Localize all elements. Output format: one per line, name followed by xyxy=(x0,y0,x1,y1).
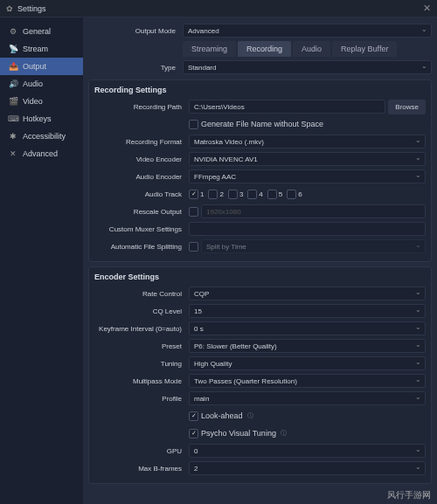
muxer-label: Custom Muxer Settings xyxy=(94,225,189,233)
tuning-label: Tuning xyxy=(94,360,189,368)
tools-icon: ✕ xyxy=(8,149,18,158)
info-icon[interactable]: ⓘ xyxy=(247,411,253,420)
rescale-output-input: 1920x1080 xyxy=(201,204,426,218)
recording-settings-section: Recording Settings Recording Path C:\Use… xyxy=(88,79,432,262)
type-label: Type xyxy=(88,64,183,72)
bframes-input[interactable]: 2 xyxy=(189,461,426,475)
rescale-output-checkbox[interactable] xyxy=(189,207,198,217)
audio-encoder-label: Audio Encoder xyxy=(94,173,189,181)
watermark: 风行手游网 xyxy=(387,489,431,501)
audio-encoder-select[interactable]: FFmpeg AAC xyxy=(189,169,426,183)
sidebar-item-output[interactable]: 📤Output xyxy=(0,58,83,75)
track-1-checkbox[interactable] xyxy=(189,190,198,199)
sidebar-item-label: Advanced xyxy=(23,149,58,158)
audio-track-label: Audio Track xyxy=(94,190,189,198)
track-3-checkbox[interactable] xyxy=(228,190,238,199)
bframes-label: Max B-frames xyxy=(94,465,189,473)
gear-icon: ⚙ xyxy=(8,27,18,36)
recording-path-label: Recording Path xyxy=(94,103,189,111)
psycho-checkbox[interactable] xyxy=(189,429,198,438)
multipass-label: Multipass Mode xyxy=(94,377,189,385)
gen-filename-nospace-checkbox[interactable] xyxy=(189,120,198,129)
sidebar-item-label: Audio xyxy=(23,79,43,88)
preset-select[interactable]: P6: Slower (Better Quality) xyxy=(189,339,426,353)
main-panel: Output Mode Advanced Streaming Recording… xyxy=(83,17,437,504)
lookahead-checkbox[interactable] xyxy=(189,411,198,421)
sidebar: ⚙General 📡Stream 📤Output 🔊Audio 🎬Video ⌨… xyxy=(0,17,83,504)
multipass-select[interactable]: Two Passes (Quarter Resolution) xyxy=(189,374,426,388)
video-encoder-select[interactable]: NVIDIA NVENC AV1 xyxy=(189,152,426,166)
split-checkbox[interactable] xyxy=(189,242,198,252)
tab-audio[interactable]: Audio xyxy=(293,41,330,57)
sidebar-item-label: Hotkeys xyxy=(23,114,52,123)
section-title: Recording Settings xyxy=(94,86,426,94)
track-5-checkbox[interactable] xyxy=(267,190,277,199)
track-6-checkbox[interactable] xyxy=(287,190,296,199)
browse-button[interactable]: Browse xyxy=(388,100,426,114)
psycho-label: Psycho Visual Tuning xyxy=(201,429,276,438)
sidebar-item-general[interactable]: ⚙General xyxy=(0,23,83,40)
type-select[interactable]: Standard xyxy=(183,60,432,74)
split-label: Automatic File Splitting xyxy=(94,243,189,251)
tabs: Streaming Recording Audio Replay Buffer xyxy=(183,41,432,57)
sidebar-item-label: General xyxy=(23,27,51,36)
sidebar-item-label: Accessibility xyxy=(23,132,66,141)
cq-level-input[interactable]: 15 xyxy=(189,304,426,318)
preset-label: Preset xyxy=(94,342,189,350)
gen-filename-nospace-label: Generate File Name without Space xyxy=(201,120,323,128)
sidebar-item-accessibility[interactable]: ✱Accessibility xyxy=(0,128,83,145)
rate-control-select[interactable]: CQP xyxy=(189,287,426,300)
antenna-icon: 📡 xyxy=(8,45,18,53)
sidebar-item-label: Stream xyxy=(23,45,48,53)
titlebar: ✿ Settings ✕ xyxy=(0,0,437,17)
keyboard-icon: ⌨ xyxy=(8,114,18,123)
profile-label: Profile xyxy=(94,395,189,403)
track-2-checkbox[interactable] xyxy=(208,190,218,199)
sidebar-item-audio[interactable]: 🔊Audio xyxy=(0,75,83,93)
sidebar-item-label: Video xyxy=(23,97,43,106)
video-encoder-label: Video Encoder xyxy=(94,155,189,163)
output-mode-select[interactable]: Advanced xyxy=(183,24,432,38)
muxer-input[interactable] xyxy=(189,222,426,236)
close-icon[interactable]: ✕ xyxy=(423,3,431,14)
sidebar-item-video[interactable]: 🎬Video xyxy=(0,93,83,110)
rate-control-label: Rate Control xyxy=(94,290,189,298)
tab-replay-buffer[interactable]: Replay Buffer xyxy=(332,41,397,57)
keyframe-label: Keyframe Interval (0=auto) xyxy=(94,325,189,333)
speaker-icon: 🔊 xyxy=(8,79,18,88)
sidebar-item-label: Output xyxy=(23,62,46,71)
sidebar-item-stream[interactable]: 📡Stream xyxy=(0,40,83,58)
tab-streaming[interactable]: Streaming xyxy=(183,41,236,57)
rescale-output-label: Rescale Output xyxy=(94,208,189,216)
cq-level-label: CQ Level xyxy=(94,307,189,315)
output-icon: 📤 xyxy=(8,62,18,71)
gpu-input[interactable]: 0 xyxy=(189,444,426,458)
info-icon[interactable]: ⓘ xyxy=(281,429,287,438)
sidebar-item-advanced[interactable]: ✕Advanced xyxy=(0,145,83,162)
keyframe-input[interactable]: 0 s xyxy=(189,321,426,335)
recording-format-select[interactable]: Matroska Video (.mkv) xyxy=(189,135,426,148)
profile-select[interactable]: main xyxy=(189,391,426,405)
section-title: Encoder Settings xyxy=(94,273,426,281)
split-select[interactable]: Split by Time xyxy=(201,239,426,253)
track-4-checkbox[interactable] xyxy=(247,190,257,199)
encoder-settings-section: Encoder Settings Rate ControlCQP CQ Leve… xyxy=(88,266,432,484)
window-title: Settings xyxy=(17,4,423,13)
recording-path-input[interactable]: C:\Users\Videos xyxy=(189,100,385,114)
lookahead-label: Look-ahead xyxy=(201,411,243,420)
accessibility-icon: ✱ xyxy=(8,132,18,141)
gear-icon: ✿ xyxy=(6,4,13,13)
sidebar-item-hotkeys[interactable]: ⌨Hotkeys xyxy=(0,110,83,128)
recording-format-label: Recording Format xyxy=(94,138,189,146)
video-icon: 🎬 xyxy=(8,97,18,106)
tuning-select[interactable]: High Quality xyxy=(189,356,426,370)
tab-recording[interactable]: Recording xyxy=(238,41,291,57)
output-mode-label: Output Mode xyxy=(88,27,183,35)
gpu-label: GPU xyxy=(94,447,189,455)
